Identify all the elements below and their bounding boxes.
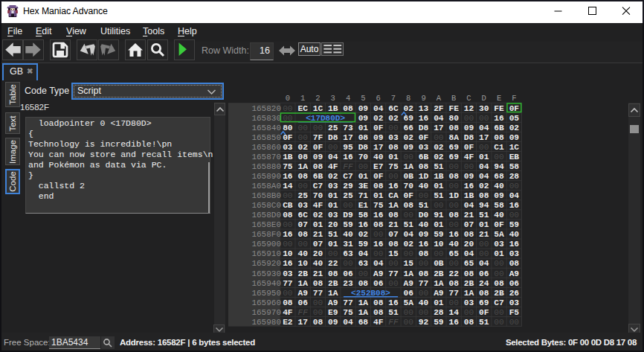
- svg-text:00: 00: [373, 249, 384, 258]
- svg-text:08: 08: [358, 133, 369, 142]
- svg-text:1B: 1B: [328, 104, 338, 113]
- svg-text:21: 21: [388, 220, 399, 229]
- svg-text:08: 08: [509, 259, 520, 268]
- svg-text:16: 16: [494, 114, 504, 123]
- svg-text:8: 8: [406, 94, 410, 103]
- svg-text:08: 08: [419, 162, 429, 171]
- svg-text:17: 17: [434, 124, 443, 132]
- svg-text:16: 16: [448, 318, 459, 327]
- svg-text:22: 22: [328, 259, 338, 268]
- svg-text:A9: A9: [373, 269, 384, 278]
- svg-text:08: 08: [313, 318, 323, 327]
- svg-text:04: 04: [479, 172, 489, 181]
- svg-text:05: 05: [509, 114, 520, 123]
- svg-text:16: 16: [283, 172, 293, 181]
- svg-text:1A: 1A: [404, 269, 414, 278]
- svg-text:00: 00: [313, 308, 323, 317]
- svg-text:08: 08: [494, 279, 504, 288]
- svg-text:E2: E2: [283, 318, 293, 327]
- svg-text:03: 03: [283, 143, 293, 152]
- svg-text:1A: 1A: [297, 279, 308, 288]
- svg-text:5: 5: [361, 94, 365, 103]
- svg-text:03: 03: [297, 201, 308, 210]
- svg-text:7: 7: [391, 94, 396, 103]
- svg-text:E9: E9: [328, 308, 338, 317]
- svg-text:59: 59: [509, 220, 520, 229]
- svg-text:01: 01: [373, 191, 384, 200]
- svg-text:165830: 165830: [251, 114, 281, 123]
- svg-text:A9: A9: [404, 279, 414, 288]
- svg-text:01: 01: [328, 201, 338, 210]
- svg-text:06: 06: [373, 279, 384, 288]
- svg-text:01: 01: [479, 220, 489, 229]
- svg-text:06: 06: [509, 279, 520, 288]
- svg-text:165820: 165820: [251, 104, 281, 113]
- svg-text:40: 40: [419, 298, 429, 307]
- svg-text:00: 00: [448, 298, 459, 307]
- svg-text:08: 08: [448, 211, 459, 220]
- svg-text:1A: 1A: [464, 289, 474, 298]
- svg-text:20: 20: [464, 240, 474, 249]
- svg-text:C7: C7: [494, 298, 503, 307]
- svg-text:2B: 2B: [297, 269, 308, 278]
- svg-text:00: 00: [494, 269, 504, 278]
- svg-text:0F: 0F: [494, 220, 504, 229]
- svg-text:E: E: [497, 94, 501, 103]
- svg-text:00: 00: [479, 143, 489, 152]
- svg-text:4F: 4F: [283, 308, 293, 317]
- svg-text:165970: 165970: [251, 308, 281, 317]
- svg-text:08: 08: [464, 318, 474, 327]
- svg-text:<252B08>: <252B08>: [351, 289, 390, 298]
- svg-text:08: 08: [283, 298, 293, 307]
- svg-text:08: 08: [297, 172, 308, 181]
- svg-text:58: 58: [358, 211, 369, 220]
- svg-text:0B: 0B: [404, 172, 414, 181]
- svg-text:D8: D8: [464, 133, 474, 142]
- svg-text:1658F0: 1658F0: [251, 230, 281, 239]
- svg-text:01: 01: [388, 153, 399, 161]
- svg-text:00: 00: [494, 318, 504, 327]
- svg-text:0B: 0B: [434, 259, 444, 268]
- svg-text:28: 28: [434, 308, 444, 317]
- svg-text:21: 21: [313, 269, 323, 278]
- svg-text:04: 04: [479, 259, 489, 268]
- svg-text:75: 75: [283, 162, 293, 171]
- svg-text:51: 51: [419, 201, 429, 210]
- svg-text:04: 04: [328, 153, 338, 161]
- svg-text:58: 58: [509, 162, 520, 171]
- svg-text:09: 09: [494, 191, 504, 200]
- svg-text:08: 08: [479, 289, 489, 298]
- svg-text:04: 04: [464, 201, 474, 210]
- svg-text:00: 00: [404, 153, 414, 161]
- svg-text:C1: C1: [494, 143, 504, 152]
- svg-text:00: 00: [283, 240, 293, 249]
- svg-text:02: 02: [358, 230, 369, 239]
- svg-text:00: 00: [388, 259, 399, 268]
- svg-text:00: 00: [494, 259, 504, 268]
- svg-text:75: 75: [373, 201, 384, 210]
- svg-text:09: 09: [313, 153, 323, 161]
- svg-text:68: 68: [358, 318, 369, 327]
- svg-text:CB: CB: [283, 201, 293, 210]
- svg-text:00: 00: [448, 182, 459, 191]
- svg-text:D: D: [482, 94, 486, 103]
- svg-text:165900: 165900: [251, 240, 281, 249]
- svg-text:25: 25: [297, 191, 308, 200]
- svg-text:08: 08: [343, 104, 353, 113]
- svg-text:7F: 7F: [313, 133, 323, 142]
- svg-text:06: 06: [479, 269, 489, 278]
- svg-text:1658C0: 1658C0: [251, 201, 281, 210]
- svg-text:00: 00: [297, 182, 308, 191]
- svg-text:92: 92: [419, 318, 429, 327]
- svg-text:00: 00: [464, 114, 474, 123]
- svg-text:14: 14: [448, 308, 459, 317]
- svg-text:2B: 2B: [328, 279, 338, 288]
- svg-text:51: 51: [434, 162, 444, 171]
- svg-text:40: 40: [419, 220, 429, 229]
- svg-text:04: 04: [373, 259, 384, 268]
- svg-text:165940: 165940: [251, 279, 281, 288]
- svg-text:22: 22: [448, 269, 459, 278]
- svg-text:01: 01: [434, 298, 444, 307]
- svg-text:00: 00: [283, 104, 293, 113]
- svg-text:00: 00: [388, 124, 399, 132]
